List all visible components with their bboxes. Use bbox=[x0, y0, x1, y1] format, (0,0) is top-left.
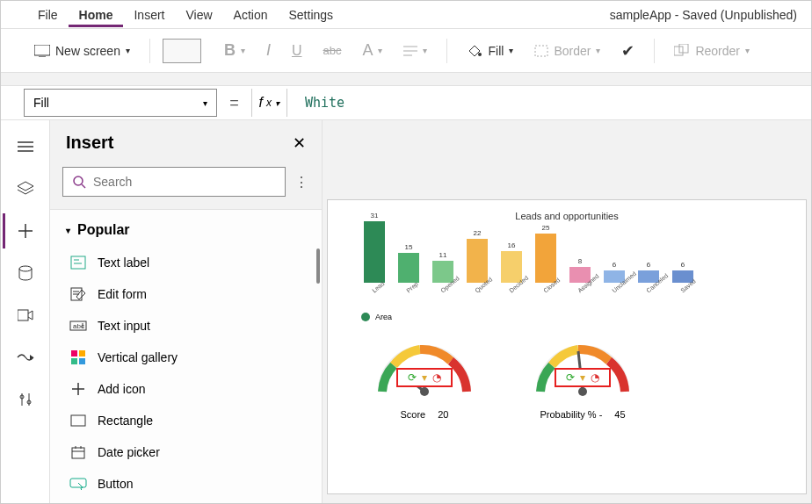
menu-view[interactable]: View bbox=[175, 3, 222, 27]
border-label: Border bbox=[554, 44, 591, 58]
paint-bucket-icon bbox=[467, 43, 482, 59]
menubar: File Home Insert View Action Settings sa… bbox=[1, 1, 811, 29]
svg-rect-33 bbox=[71, 350, 77, 356]
item-label: Rectangle bbox=[98, 414, 153, 428]
underline-button[interactable]: U bbox=[285, 38, 309, 64]
align-icon bbox=[403, 45, 417, 57]
svg-point-22 bbox=[74, 176, 83, 185]
svg-rect-24 bbox=[71, 256, 85, 269]
rail-tools-button[interactable] bbox=[4, 382, 47, 417]
property-selector[interactable]: Fill ▾ bbox=[24, 89, 217, 117]
fill-label: Fill bbox=[488, 44, 504, 58]
insert-button[interactable]: Button bbox=[50, 468, 322, 500]
pie-icon[interactable]: ◔ bbox=[432, 371, 441, 384]
svg-line-23 bbox=[82, 184, 85, 188]
svg-rect-16 bbox=[18, 310, 28, 320]
border-button[interactable]: Border ▾ bbox=[527, 39, 607, 63]
rectangle-icon bbox=[69, 412, 87, 429]
item-label: Button bbox=[98, 477, 133, 491]
new-screen-button[interactable]: New screen ▾ bbox=[27, 39, 137, 63]
edit-form-icon bbox=[69, 285, 87, 303]
gauge-probability: ⟳ ▾ ◔ Probability % - 45 bbox=[530, 339, 635, 420]
formula-input[interactable] bbox=[294, 86, 811, 119]
rail-data-button[interactable] bbox=[4, 256, 47, 291]
gauge-value: 45 bbox=[614, 409, 625, 420]
gauge-controls-highlight: ⟳ ▾ ◔ bbox=[396, 368, 453, 387]
fx-label[interactable]: fx▾ bbox=[251, 89, 287, 117]
align-button[interactable]: ▾ bbox=[396, 40, 434, 62]
chevron-down-icon: ▾ bbox=[126, 46, 130, 55]
menu-settings[interactable]: Settings bbox=[279, 3, 344, 27]
refresh-icon[interactable]: ⟳ bbox=[408, 371, 417, 384]
rail-media-button[interactable] bbox=[4, 298, 47, 333]
insert-edit-form[interactable]: Edit form bbox=[50, 278, 322, 310]
strike-button[interactable]: abc bbox=[316, 39, 349, 62]
chart-legend: Area bbox=[361, 313, 788, 321]
search-box[interactable] bbox=[62, 167, 286, 197]
search-input[interactable] bbox=[93, 175, 276, 189]
insert-vertical-gallery[interactable]: Vertical gallery bbox=[50, 342, 322, 373]
bar-chart: 31Lead15Prep11Opened22Quoted16Decided25C… bbox=[345, 228, 788, 299]
insert-text-input[interactable]: abc Text input bbox=[50, 310, 322, 342]
equals-icon: = bbox=[224, 94, 244, 112]
rail-tree-button[interactable] bbox=[4, 129, 47, 164]
pie-icon[interactable]: ◔ bbox=[591, 371, 599, 384]
scrollbar-thumb[interactable] bbox=[316, 248, 320, 284]
category-popular[interactable]: ▾ Popular bbox=[50, 210, 322, 243]
item-label: Vertical gallery bbox=[98, 350, 178, 364]
chevron-down-icon: ▾ bbox=[66, 226, 70, 235]
filter-icon[interactable]: ▾ bbox=[422, 371, 427, 384]
svg-point-5 bbox=[478, 53, 482, 56]
item-label: Edit form bbox=[98, 287, 147, 301]
reorder-icon bbox=[674, 44, 690, 58]
chart-title: Leads and opportunities bbox=[345, 211, 788, 221]
bold-button[interactable]: B▾ bbox=[217, 36, 252, 65]
svg-rect-35 bbox=[71, 358, 77, 364]
legend-label: Area bbox=[375, 313, 392, 321]
more-button[interactable]: ⋮ bbox=[294, 174, 309, 191]
toolbar: New screen ▾ B▾ I U abc A▾ ▾ Fill ▾ Bord… bbox=[1, 29, 811, 73]
refresh-icon[interactable]: ⟳ bbox=[566, 371, 575, 384]
insert-date-picker[interactable]: Date picker bbox=[50, 436, 322, 468]
font-color-button[interactable]: A▾ bbox=[355, 36, 389, 65]
insert-list: Text label Edit form abc Text input Vert… bbox=[50, 243, 322, 503]
menu-action[interactable]: Action bbox=[223, 3, 279, 27]
expand-button[interactable]: ✔ bbox=[614, 36, 642, 66]
italic-button[interactable]: I bbox=[259, 36, 278, 65]
gauge-label-text: Probability % - bbox=[540, 409, 602, 420]
color-box[interactable] bbox=[163, 39, 201, 63]
category-label: Popular bbox=[77, 222, 130, 238]
border-icon bbox=[534, 45, 548, 57]
svg-rect-0 bbox=[34, 45, 50, 55]
gauges-row: ⟳ ▾ ◔ Score 20 bbox=[345, 339, 788, 420]
svg-rect-7 bbox=[674, 47, 683, 55]
close-button[interactable]: ✕ bbox=[293, 133, 306, 153]
insert-rectangle[interactable]: Rectangle bbox=[50, 405, 322, 436]
svg-point-46 bbox=[420, 387, 429, 396]
item-label: Text label bbox=[98, 256, 149, 270]
search-icon bbox=[72, 175, 86, 189]
menu-home[interactable]: Home bbox=[69, 3, 124, 27]
insert-text-label[interactable]: Text label bbox=[50, 247, 322, 278]
gallery-icon bbox=[69, 349, 87, 366]
item-label: Date picker bbox=[98, 445, 160, 459]
reorder-button[interactable]: Reorder ▾ bbox=[667, 39, 757, 63]
svg-rect-39 bbox=[71, 415, 85, 426]
rail-layers-button[interactable] bbox=[4, 171, 47, 206]
svg-rect-36 bbox=[79, 358, 85, 364]
menu-insert[interactable]: Insert bbox=[123, 3, 175, 27]
svg-rect-8 bbox=[679, 44, 688, 53]
canvas-area[interactable]: Leads and opportunities 31Lead15Prep11Op… bbox=[323, 120, 811, 503]
text-input-icon: abc bbox=[69, 317, 87, 335]
filter-icon[interactable]: ▾ bbox=[580, 371, 585, 384]
gauge-controls-highlight: ⟳ ▾ ◔ bbox=[555, 368, 611, 387]
rail-insert-button[interactable] bbox=[3, 213, 45, 248]
button-icon bbox=[69, 475, 87, 493]
fill-button[interactable]: Fill ▾ bbox=[460, 38, 520, 64]
svg-rect-34 bbox=[79, 350, 85, 356]
insert-add-icon[interactable]: Add icon bbox=[50, 373, 322, 405]
rail-flow-button[interactable] bbox=[4, 340, 47, 375]
new-screen-label: New screen bbox=[55, 44, 120, 58]
menu-file[interactable]: File bbox=[27, 3, 69, 27]
canvas-screen[interactable]: Leads and opportunities 31Lead15Prep11Op… bbox=[327, 199, 807, 494]
